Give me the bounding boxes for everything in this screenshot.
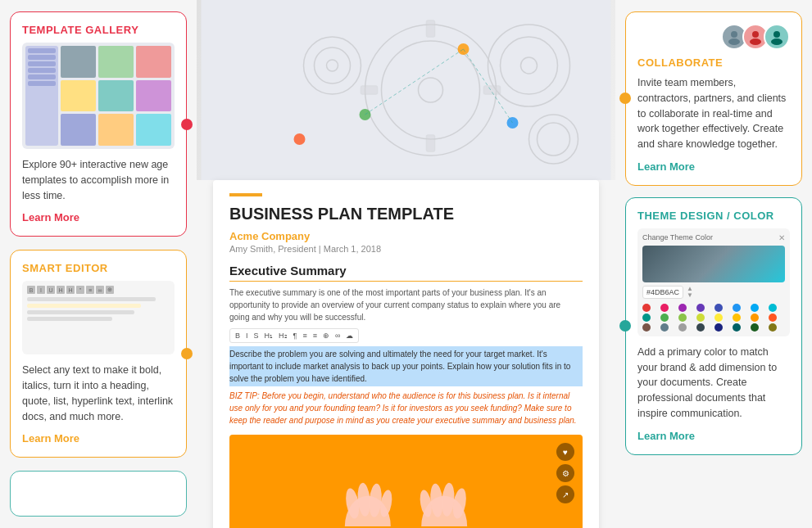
color-dot-17[interactable] [660,323,669,332]
svg-point-35 [752,31,759,38]
right-column: COLLABORATE Invite team members, contrac… [615,0,812,528]
avatar-icon-1 [726,29,742,45]
template-thumb-5 [98,80,134,112]
editor-line-2 [27,310,134,314]
color-dot-18[interactable] [678,323,687,332]
h2-btn: H [66,286,75,294]
color-dot-3[interactable] [696,304,705,312]
hero-image [197,0,615,180]
bold-btn: B [27,286,35,294]
doc-company: Acme Company [229,230,583,242]
link-inline: ∞ [333,331,342,341]
color-dot-13[interactable] [733,314,741,322]
editor-line-3 [27,317,112,321]
color-dot-14[interactable] [751,314,759,322]
sidebar-item-3 [28,61,56,66]
smart-editor-card: SMART EDITOR B I U H H " ≡ ∞ ⊕ Selec [10,250,187,458]
settings-icon[interactable]: ⚙ [556,464,574,482]
bottom-left-card [10,471,187,517]
collaborate-card: COLLABORATE Invite team members, contrac… [625,11,802,186]
color-dot-9[interactable] [660,314,669,322]
template-preview-image [22,43,175,149]
color-dot-0[interactable] [642,304,651,312]
sidebar-item-6 [28,81,56,86]
smart-editor-learn-more[interactable]: Learn More [22,432,79,445]
connector-dot-red [181,119,193,130]
editor-toolbar: B I U H H " ≡ ∞ ⊕ [27,286,170,294]
color-dot-22[interactable] [751,323,759,332]
color-dot-1[interactable] [660,304,669,312]
doc-orange-bar [229,193,262,196]
image-btn: ⊕ [106,286,114,294]
link-btn: ∞ [96,286,104,294]
strike-inline: S [252,331,261,341]
svg-rect-6 [361,86,378,94]
para-inline: ¶ [292,331,299,341]
collaborate-learn-more[interactable]: Learn More [637,160,695,173]
template-sidebar [25,46,58,146]
svg-rect-5 [427,135,435,151]
color-dot-12[interactable] [714,314,723,322]
template-gallery-learn-more[interactable]: Learn More [22,211,79,223]
doc-meta: Amy Smith, President | March 1, 2018 [229,244,583,254]
svg-point-33 [731,31,737,38]
color-dot-6[interactable] [751,304,759,312]
editor-highlight [27,304,141,308]
list-btn: ≡ [86,286,94,294]
theme-color-swatch [642,246,785,282]
italic-inline: I [244,331,250,341]
share-icon[interactable]: ↗ [556,485,574,503]
color-dot-20[interactable] [714,323,723,332]
template-thumb-9 [136,114,171,146]
svg-point-37 [773,31,780,38]
color-dot-4[interactable] [714,304,723,312]
arrow-down: ▼ [687,292,693,299]
color-dot-7[interactable] [769,304,777,312]
theme-arrows: ▲ ▼ [687,286,693,299]
quote-btn: " [76,286,84,294]
bold-inline: B [234,331,242,341]
theme-design-learn-more[interactable]: Learn More [637,430,695,442]
sidebar-item-5 [28,74,56,79]
color-dots-grid [642,304,785,332]
color-dot-2[interactable] [678,304,687,312]
color-dot-23[interactable] [769,323,777,332]
svg-rect-22 [292,435,521,526]
theme-close-icon[interactable]: ✕ [778,233,785,242]
color-dot-16[interactable] [642,323,651,332]
editor-preview: B I U H H " ≡ ∞ ⊕ [22,281,175,354]
theme-hex-value[interactable]: #4DB6AC [642,286,683,299]
color-dot-21[interactable] [733,323,741,332]
avatars-row [637,24,790,50]
theme-design-card: THEME DESIGN / COLOR Change Theme Color … [625,197,802,455]
template-thumb-6 [136,80,171,112]
left-column: TEMPLATE GALLERY [0,0,197,528]
heart-icon[interactable]: ♥ [556,443,574,461]
editor-line-1 [27,297,156,301]
doc-inline-toolbar: B I S H₁ H₂ ¶ ≡ ≡ ⊕ ∞ ☁ [229,328,359,343]
sidebar-item-4 [28,68,56,73]
sidebar-item-1 [28,48,56,53]
color-dot-5[interactable] [733,304,741,312]
gears-svg [197,0,615,180]
color-dot-10[interactable] [678,314,687,322]
svg-point-34 [728,38,740,45]
smart-editor-title: SMART EDITOR [22,262,175,274]
doc-image-placeholder: ♥ ⚙ ↗ [229,435,583,528]
image-action-icons: ♥ ⚙ ↗ [556,443,574,503]
color-dot-8[interactable] [642,314,651,322]
h1-btn: H [57,286,65,294]
center-column: BUSINESS PLAN TEMPLATE Acme Company Amy … [197,0,615,528]
template-gallery-desc: Explore 90+ interactive new age template… [22,157,175,203]
template-gallery-title: TEMPLATE GALLERY [22,24,175,36]
connector-dot-right-orange [619,93,631,104]
theme-design-desc: Add a primary color to match your brand … [637,345,790,422]
color-dot-11[interactable] [696,314,705,322]
doc-highlight-text: Describe the problem you are solving and… [229,346,583,386]
color-dot-15[interactable] [769,314,777,322]
color-dot-19[interactable] [696,323,705,332]
theme-design-title: THEME DESIGN / COLOR [637,210,790,222]
main-layout: TEMPLATE GALLERY [0,0,812,528]
add-inline: ⊕ [321,331,331,341]
connector-dot-right-teal [619,320,631,332]
